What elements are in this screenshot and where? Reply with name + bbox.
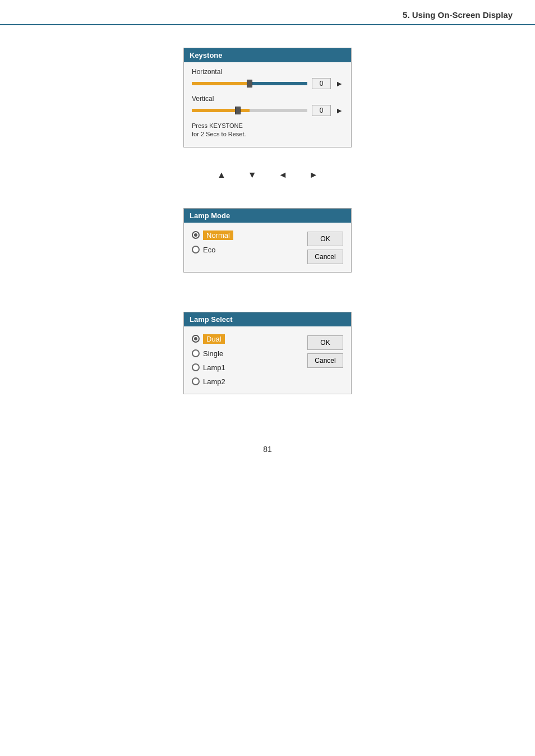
keystone-note-line1: Press KEYSTONE <box>192 122 243 129</box>
lamp-mode-eco-label: Eco <box>203 246 215 254</box>
vertical-slider-fill-right <box>250 109 307 112</box>
page-header: 5. Using On-Screen Display <box>0 0 535 25</box>
keystone-title: Keystone <box>184 48 351 62</box>
lamp-select-option-dual[interactable]: Dual <box>192 334 296 344</box>
vertical-slider-fill-left <box>192 109 250 112</box>
lamp-select-single-label: Single <box>203 349 223 358</box>
page-content: Keystone Horizontal 0 ► Vertical 0 <box>0 25 535 471</box>
lamp-select-body: Dual Single Lamp1 Lamp2 OK Cancel <box>184 326 351 394</box>
lamp-select-option-lamp1[interactable]: Lamp1 <box>192 363 296 372</box>
keystone-dialog: Keystone Horizontal 0 ► Vertical 0 <box>183 48 352 147</box>
slider-fill-right <box>250 82 307 85</box>
vertical-slider-track[interactable] <box>192 109 307 112</box>
lamp-mode-options: Normal Eco <box>192 231 296 254</box>
slider-fill-left <box>192 82 250 85</box>
horizontal-label: Horizontal <box>192 68 343 76</box>
lamp-mode-title: Lamp Mode <box>184 209 351 223</box>
keystone-note: Press KEYSTONE for 2 Secs to Reset. <box>192 122 343 139</box>
lamp-mode-dialog: Lamp Mode Normal Eco OK Cancel <box>183 208 352 273</box>
horizontal-slider-thumb[interactable] <box>247 80 252 87</box>
vertical-label: Vertical <box>192 95 343 103</box>
lamp-select-lamp1-label: Lamp1 <box>203 363 225 372</box>
lamp-mode-normal-label: Normal <box>203 231 233 240</box>
vertical-value: 0 <box>312 105 331 116</box>
horizontal-slider-row: 0 ► <box>192 78 343 89</box>
radio-lamp1[interactable] <box>192 363 200 371</box>
lamp-mode-buttons: OK Cancel <box>307 232 343 264</box>
lamp-select-option-single[interactable]: Single <box>192 349 296 358</box>
lamp-select-dual-label: Dual <box>203 334 225 344</box>
radio-lamp2[interactable] <box>192 377 200 385</box>
nav-down-arrow[interactable]: ▼ <box>248 170 257 180</box>
lamp-mode-body: Normal Eco OK Cancel <box>184 223 351 272</box>
radio-single[interactable] <box>192 349 200 357</box>
lamp-select-options: Dual Single Lamp1 Lamp2 <box>192 334 296 386</box>
keystone-note-line2: for 2 Secs to Reset. <box>192 131 246 137</box>
radio-eco[interactable] <box>192 246 200 253</box>
nav-up-arrow[interactable]: ▲ <box>217 170 226 180</box>
nav-arrows-area: ▲ ▼ ◄ ► <box>183 170 352 180</box>
lamp-select-lamp2-label: Lamp2 <box>203 377 225 386</box>
nav-left-arrow[interactable]: ◄ <box>278 170 287 180</box>
lamp-select-dialog: Lamp Select Dual Single Lamp1 Lamp2 <box>183 312 352 394</box>
radio-normal[interactable] <box>192 231 200 239</box>
nav-right-arrow[interactable]: ► <box>309 170 318 180</box>
lamp-select-option-lamp2[interactable]: Lamp2 <box>192 377 296 386</box>
keystone-body: Horizontal 0 ► Vertical 0 ► <box>184 62 351 147</box>
lamp-select-title: Lamp Select <box>184 312 351 326</box>
horizontal-value: 0 <box>312 78 331 89</box>
lamp-select-ok-button[interactable]: OK <box>307 335 343 350</box>
vertical-right-arrow[interactable]: ► <box>335 106 343 115</box>
lamp-mode-ok-button[interactable]: OK <box>307 232 343 246</box>
lamp-mode-cancel-button[interactable]: Cancel <box>307 250 343 264</box>
vertical-slider-row: 0 ► <box>192 105 343 116</box>
radio-dual[interactable] <box>192 335 200 343</box>
lamp-select-buttons: OK Cancel <box>307 335 343 368</box>
horizontal-right-arrow[interactable]: ► <box>335 79 343 88</box>
page-number: 81 <box>22 445 513 454</box>
page-title: 5. Using On-Screen Display <box>403 10 513 20</box>
lamp-select-cancel-button[interactable]: Cancel <box>307 353 343 368</box>
vertical-slider-thumb[interactable] <box>235 107 241 114</box>
horizontal-slider-track[interactable] <box>192 82 307 85</box>
lamp-mode-option-normal[interactable]: Normal <box>192 231 296 240</box>
lamp-mode-option-eco[interactable]: Eco <box>192 246 296 254</box>
